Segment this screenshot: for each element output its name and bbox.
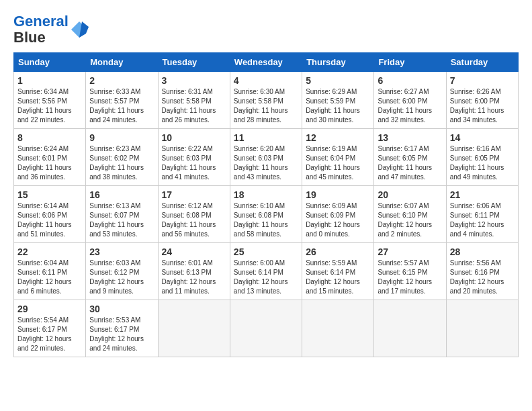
- day-detail: Sunrise: 6:09 AMSunset: 6:09 PMDaylight:…: [306, 201, 370, 239]
- calendar-cell: 9 Sunrise: 6:23 AMSunset: 6:02 PMDayligh…: [86, 129, 158, 186]
- day-detail: Sunrise: 6:06 AMSunset: 6:11 PMDaylight:…: [450, 201, 515, 239]
- calendar-cell: 18 Sunrise: 6:10 AMSunset: 6:08 PMDaylig…: [230, 186, 302, 243]
- day-number: 28: [450, 246, 515, 257]
- day-detail: Sunrise: 6:13 AMSunset: 6:07 PMDaylight:…: [89, 201, 154, 239]
- day-number: 26: [306, 246, 370, 257]
- calendar-cell: 23 Sunrise: 6:03 AMSunset: 6:12 PMDaylig…: [86, 243, 158, 300]
- calendar-cell: [302, 300, 374, 357]
- header-cell-wednesday: Wednesday: [230, 53, 302, 72]
- calendar-cell: 22 Sunrise: 6:04 AMSunset: 6:11 PMDaylig…: [14, 243, 86, 300]
- day-detail: Sunrise: 6:07 AMSunset: 6:10 PMDaylight:…: [378, 201, 442, 239]
- day-detail: Sunrise: 6:31 AMSunset: 5:58 PMDaylight:…: [162, 87, 226, 125]
- day-detail: Sunrise: 6:24 AMSunset: 6:01 PMDaylight:…: [17, 144, 82, 182]
- day-detail: Sunrise: 6:34 AMSunset: 5:56 PMDaylight:…: [17, 87, 82, 125]
- day-number: 23: [89, 246, 154, 257]
- day-detail: Sunrise: 6:19 AMSunset: 6:04 PMDaylight:…: [306, 144, 370, 182]
- day-detail: Sunrise: 6:14 AMSunset: 6:06 PMDaylight:…: [17, 201, 82, 239]
- calendar-cell: 24 Sunrise: 6:01 AMSunset: 6:13 PMDaylig…: [158, 243, 230, 300]
- day-number: 1: [17, 75, 82, 86]
- day-detail: Sunrise: 6:33 AMSunset: 5:57 PMDaylight:…: [89, 87, 154, 125]
- day-detail: Sunrise: 6:29 AMSunset: 5:59 PMDaylight:…: [306, 87, 370, 125]
- day-number: 14: [450, 132, 515, 143]
- calendar-cell: 25 Sunrise: 6:00 AMSunset: 6:14 PMDaylig…: [230, 243, 302, 300]
- day-number: 13: [378, 132, 442, 143]
- day-number: 21: [450, 189, 515, 200]
- day-detail: Sunrise: 6:03 AMSunset: 6:12 PMDaylight:…: [89, 259, 154, 296]
- day-detail: Sunrise: 6:12 AMSunset: 6:08 PMDaylight:…: [162, 201, 226, 239]
- header-cell-monday: Monday: [86, 53, 158, 72]
- day-detail: Sunrise: 6:10 AMSunset: 6:08 PMDaylight:…: [234, 201, 298, 239]
- calendar-cell: 14 Sunrise: 6:16 AMSunset: 6:05 PMDaylig…: [446, 129, 518, 186]
- calendar-cell: 13 Sunrise: 6:17 AMSunset: 6:05 PMDaylig…: [374, 129, 446, 186]
- day-detail: Sunrise: 6:20 AMSunset: 6:03 PMDaylight:…: [234, 144, 298, 182]
- calendar-cell: 29 Sunrise: 5:54 AMSunset: 6:17 PMDaylig…: [14, 300, 86, 357]
- day-detail: Sunrise: 6:26 AMSunset: 6:00 PMDaylight:…: [450, 87, 515, 125]
- calendar-cell: 16 Sunrise: 6:13 AMSunset: 6:07 PMDaylig…: [86, 186, 158, 243]
- day-number: 17: [162, 189, 226, 200]
- logo: GeneralBlue: [13, 13, 89, 46]
- day-number: 4: [234, 75, 298, 86]
- day-detail: Sunrise: 6:30 AMSunset: 5:58 PMDaylight:…: [234, 87, 298, 125]
- calendar-week-1: 8 Sunrise: 6:24 AMSunset: 6:01 PMDayligh…: [14, 129, 519, 186]
- logo-text: GeneralBlue: [13, 13, 69, 46]
- day-number: 16: [89, 189, 154, 200]
- calendar-cell: [158, 300, 230, 357]
- calendar-cell: 27 Sunrise: 5:57 AMSunset: 6:15 PMDaylig…: [374, 243, 446, 300]
- day-detail: Sunrise: 6:17 AMSunset: 6:05 PMDaylight:…: [378, 144, 442, 182]
- calendar-cell: [374, 300, 446, 357]
- day-number: 12: [306, 132, 370, 143]
- day-detail: Sunrise: 6:00 AMSunset: 6:14 PMDaylight:…: [234, 259, 298, 296]
- day-number: 22: [17, 246, 82, 257]
- calendar-cell: 1 Sunrise: 6:34 AMSunset: 5:56 PMDayligh…: [14, 72, 86, 129]
- day-number: 30: [89, 304, 154, 314]
- day-detail: Sunrise: 5:54 AMSunset: 6:17 PMDaylight:…: [17, 316, 82, 353]
- calendar-cell: 26 Sunrise: 5:59 AMSunset: 6:14 PMDaylig…: [302, 243, 374, 300]
- header-cell-thursday: Thursday: [302, 53, 374, 72]
- day-number: 24: [162, 246, 226, 257]
- calendar-cell: 19 Sunrise: 6:09 AMSunset: 6:09 PMDaylig…: [302, 186, 374, 243]
- header-cell-friday: Friday: [374, 53, 446, 72]
- day-number: 9: [89, 132, 154, 143]
- calendar-week-3: 22 Sunrise: 6:04 AMSunset: 6:11 PMDaylig…: [14, 243, 519, 300]
- day-number: 20: [378, 189, 442, 200]
- day-number: 29: [17, 304, 82, 314]
- calendar-cell: 17 Sunrise: 6:12 AMSunset: 6:08 PMDaylig…: [158, 186, 230, 243]
- calendar-cell: 30 Sunrise: 5:53 AMSunset: 6:17 PMDaylig…: [86, 300, 158, 357]
- day-detail: Sunrise: 6:23 AMSunset: 6:02 PMDaylight:…: [89, 144, 154, 182]
- day-number: 18: [234, 189, 298, 200]
- header-cell-sunday: Sunday: [14, 53, 86, 72]
- calendar-week-0: 1 Sunrise: 6:34 AMSunset: 5:56 PMDayligh…: [14, 72, 519, 129]
- day-number: 15: [17, 189, 82, 200]
- calendar-cell: 8 Sunrise: 6:24 AMSunset: 6:01 PMDayligh…: [14, 129, 86, 186]
- calendar-cell: [230, 300, 302, 357]
- calendar-cell: 20 Sunrise: 6:07 AMSunset: 6:10 PMDaylig…: [374, 186, 446, 243]
- page-header: GeneralBlue: [13, 13, 519, 46]
- logo-icon: [70, 20, 89, 39]
- calendar-cell: 15 Sunrise: 6:14 AMSunset: 6:06 PMDaylig…: [14, 186, 86, 243]
- day-number: 8: [17, 132, 82, 143]
- calendar-cell: [446, 300, 518, 357]
- day-detail: Sunrise: 5:59 AMSunset: 6:14 PMDaylight:…: [306, 259, 370, 296]
- day-number: 5: [306, 75, 370, 86]
- day-number: 7: [450, 75, 515, 86]
- calendar-table: SundayMondayTuesdayWednesdayThursdayFrid…: [13, 52, 519, 357]
- calendar-week-2: 15 Sunrise: 6:14 AMSunset: 6:06 PMDaylig…: [14, 186, 519, 243]
- day-number: 11: [234, 132, 298, 143]
- day-detail: Sunrise: 5:57 AMSunset: 6:15 PMDaylight:…: [378, 259, 442, 296]
- calendar-cell: 21 Sunrise: 6:06 AMSunset: 6:11 PMDaylig…: [446, 186, 518, 243]
- day-detail: Sunrise: 6:22 AMSunset: 6:03 PMDaylight:…: [162, 144, 226, 182]
- day-detail: Sunrise: 5:56 AMSunset: 6:16 PMDaylight:…: [450, 259, 515, 296]
- calendar-cell: 4 Sunrise: 6:30 AMSunset: 5:58 PMDayligh…: [230, 72, 302, 129]
- calendar-cell: 10 Sunrise: 6:22 AMSunset: 6:03 PMDaylig…: [158, 129, 230, 186]
- calendar-cell: 28 Sunrise: 5:56 AMSunset: 6:16 PMDaylig…: [446, 243, 518, 300]
- header-row: SundayMondayTuesdayWednesdayThursdayFrid…: [14, 53, 519, 72]
- day-number: 3: [162, 75, 226, 86]
- calendar-cell: 6 Sunrise: 6:27 AMSunset: 6:00 PMDayligh…: [374, 72, 446, 129]
- day-detail: Sunrise: 6:16 AMSunset: 6:05 PMDaylight:…: [450, 144, 515, 182]
- calendar-week-4: 29 Sunrise: 5:54 AMSunset: 6:17 PMDaylig…: [14, 300, 519, 357]
- day-detail: Sunrise: 5:53 AMSunset: 6:17 PMDaylight:…: [89, 316, 154, 353]
- day-number: 19: [306, 189, 370, 200]
- calendar-cell: 5 Sunrise: 6:29 AMSunset: 5:59 PMDayligh…: [302, 72, 374, 129]
- calendar-cell: 11 Sunrise: 6:20 AMSunset: 6:03 PMDaylig…: [230, 129, 302, 186]
- calendar-cell: 3 Sunrise: 6:31 AMSunset: 5:58 PMDayligh…: [158, 72, 230, 129]
